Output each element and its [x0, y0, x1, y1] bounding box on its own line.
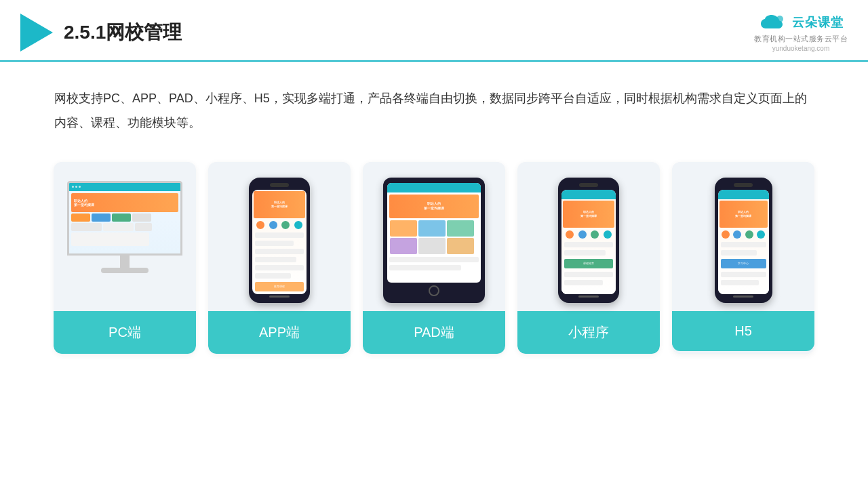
- card-h5: 职达人的第一堂均摆课 学习中心: [672, 162, 814, 354]
- phone-home-bar: [269, 296, 290, 298]
- description-text: 网校支持PC、APP、PAD、小程序、H5，实现多端打通，产品各终端自由切换，数…: [0, 62, 868, 148]
- app-phone: 职达人的第一堂均摆课: [249, 178, 310, 303]
- svg-point-0: [776, 16, 783, 22]
- card-pad: 职达人的第一堂均摆课: [363, 162, 505, 354]
- miniapp-phone-notch: [579, 183, 598, 187]
- logo-area: 云朵课堂 教育机构一站式服务云平台 yunduoketang.com: [754, 12, 848, 52]
- card-miniapp-image: 职达人的第一堂均摆课 课程推荐: [517, 162, 660, 311]
- tablet-home-btn: [429, 285, 439, 296]
- cards-container: 职达人的第一堂均摆课: [0, 148, 868, 367]
- description-paragraph: 网校支持PC、APP、PAD、小程序、H5，实现多端打通，产品各终端自由切换，数…: [54, 86, 814, 135]
- miniapp-home-bar: [578, 296, 599, 298]
- tablet-screen: 职达人的第一堂均摆课: [387, 183, 481, 283]
- card-miniapp-label: 小程序: [517, 311, 660, 354]
- card-miniapp: 职达人的第一堂均摆课 课程推荐: [517, 162, 660, 354]
- cloud-icon: [758, 12, 788, 33]
- miniapp-phone: 职达人的第一堂均摆课 课程推荐: [558, 178, 619, 303]
- card-app: 职达人的第一堂均摆课: [208, 162, 351, 354]
- phone-notch: [270, 183, 289, 187]
- card-pc-label: PC端: [54, 311, 196, 354]
- header: 2.5.1网校管理 云朵课堂 教育机构一站式服务云平台 yunduoketang…: [0, 0, 868, 62]
- h5-phone-notch: [734, 183, 753, 187]
- pc-monitor: 职达人的第一堂均摆课: [64, 181, 186, 300]
- card-h5-image: 职达人的第一堂均摆课 学习中心: [672, 162, 814, 311]
- page-title: 2.5.1网校管理: [64, 20, 182, 45]
- phone-screen: 职达人的第一堂均摆课: [252, 190, 307, 294]
- card-app-label: APP端: [208, 311, 351, 354]
- play-icon: [20, 14, 53, 52]
- logo-tagline: 教育机构一站式服务云平台: [754, 34, 848, 44]
- card-pc-image: 职达人的第一堂均摆课: [54, 162, 196, 311]
- monitor-base: [101, 268, 149, 273]
- card-pad-label: PAD端: [363, 311, 505, 354]
- card-pc: 职达人的第一堂均摆课: [54, 162, 196, 354]
- header-left: 2.5.1网校管理: [20, 14, 182, 52]
- miniapp-phone-screen: 职达人的第一堂均摆课 课程推荐: [561, 190, 616, 294]
- monitor-neck: [120, 256, 130, 268]
- h5-phone: 职达人的第一堂均摆课 学习中心: [715, 178, 772, 303]
- card-pad-image: 职达人的第一堂均摆课: [363, 162, 505, 311]
- pad-tablet: 职达人的第一堂均摆课: [383, 178, 485, 303]
- card-h5-label: H5: [672, 311, 814, 351]
- monitor-screen: 职达人的第一堂均摆课: [67, 181, 182, 256]
- logo-url: yunduoketang.com: [772, 45, 830, 52]
- card-app-image: 职达人的第一堂均摆课: [208, 162, 351, 311]
- h5-phone-screen: 职达人的第一堂均摆课 学习中心: [718, 190, 769, 294]
- logo-text: 云朵课堂: [792, 14, 844, 30]
- logo-cloud: 云朵课堂: [758, 12, 844, 33]
- h5-home-bar: [733, 296, 753, 298]
